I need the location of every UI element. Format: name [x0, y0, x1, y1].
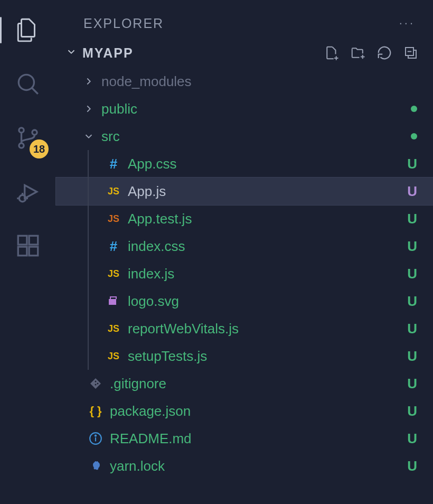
status-untracked: U [407, 458, 417, 474]
files-icon [15, 17, 41, 43]
svg-rect-12 [29, 247, 38, 256]
js-file-icon: JS [106, 183, 121, 199]
status-untracked: U [407, 293, 417, 310]
tree-node-label: README.md [110, 431, 192, 447]
svg-point-4 [32, 130, 37, 135]
css-file-icon: # [106, 156, 121, 172]
tree-node-label: package.json [110, 403, 191, 419]
file-logo.svg[interactable]: logo.svgU [56, 287, 433, 315]
new-file-button[interactable] [323, 44, 340, 61]
chevron-down-icon [82, 130, 95, 142]
file-App.js[interactable]: JSApp.jsU [56, 178, 433, 205]
svg-marker-5 [25, 185, 37, 199]
new-file-icon [324, 45, 340, 61]
js-file-icon: JS [106, 266, 121, 282]
tree-node-label: index.css [128, 238, 185, 255]
status-untracked: U [407, 183, 417, 200]
svg-rect-13 [29, 236, 38, 245]
file-App.test.js[interactable]: JSApp.test.jsU [56, 205, 433, 232]
collapse-all-button[interactable] [402, 44, 419, 61]
collapse-icon [403, 45, 419, 61]
tree-node-label: App.css [128, 156, 177, 172]
explorer-sidebar: EXPLORER ··· MYAPP node_modulespublicsrc… [56, 0, 433, 504]
svg-point-23 [97, 383, 99, 385]
css-file-icon: # [106, 238, 121, 254]
js-test-file-icon: JS [106, 211, 121, 227]
status-untracked: U [407, 321, 417, 337]
file-index.js[interactable]: JSindex.jsU [56, 260, 433, 287]
activity-debug[interactable] [12, 175, 44, 208]
file-yarn.lock[interactable]: yarn.lockU [56, 452, 433, 480]
chevron-right-icon [82, 103, 95, 115]
explorer-header: EXPLORER ··· [56, 8, 433, 38]
explorer-title: EXPLORER [83, 16, 164, 31]
svg-file-icon [106, 293, 121, 309]
svg-rect-10 [18, 236, 27, 245]
chevron-down-icon [65, 46, 77, 60]
git-file-icon [88, 376, 103, 391]
status-dot [411, 106, 417, 112]
svg-point-21 [95, 381, 97, 382]
tree-node-label: node_modules [101, 73, 192, 90]
status-untracked: U [407, 431, 417, 447]
yarn-file-icon [88, 458, 103, 474]
status-untracked: U [407, 238, 417, 255]
svg-point-2 [19, 128, 24, 133]
svg-line-1 [32, 88, 37, 94]
activity-scm[interactable]: 18 [12, 122, 44, 154]
activity-bar: 18 [0, 0, 56, 504]
svg-point-0 [18, 74, 34, 90]
extensions-icon [15, 232, 41, 259]
refresh-button[interactable] [376, 44, 393, 61]
new-folder-button[interactable] [350, 44, 366, 61]
svg-point-22 [95, 384, 97, 386]
activity-extensions[interactable] [12, 229, 44, 262]
tree-node-label: App.js [128, 183, 166, 200]
explorer-section-header[interactable]: MYAPP [56, 38, 433, 68]
status-untracked: U [407, 266, 417, 282]
debug-icon [15, 179, 41, 205]
status-untracked: U [407, 156, 417, 172]
folder-public[interactable]: public [56, 95, 433, 123]
file-reportWebVitals.js[interactable]: JSreportWebVitals.jsU [56, 315, 433, 342]
js-file-icon: JS [106, 321, 121, 337]
json-file-icon: { } [88, 403, 103, 419]
status-untracked: U [407, 211, 417, 227]
scm-badge: 18 [30, 139, 49, 158]
file-App.css[interactable]: #App.cssU [56, 150, 433, 178]
tree-node-label: setupTests.js [128, 348, 207, 365]
file-setupTests.js[interactable]: JSsetupTests.jsU [56, 342, 433, 370]
folder-node_modules[interactable]: node_modules [56, 68, 433, 95]
tree-node-label: public [101, 101, 137, 117]
tree-node-label: logo.svg [128, 293, 179, 310]
chevron-right-icon [82, 76, 95, 87]
svg-point-26 [95, 435, 96, 436]
file-.gitignore[interactable]: .gitignoreU [56, 370, 433, 397]
file-package.json[interactable]: { }package.jsonU [56, 397, 433, 425]
tree-node-label: src [101, 128, 120, 145]
tree-node-label: yarn.lock [110, 458, 165, 474]
file-index.css[interactable]: #index.cssU [56, 232, 433, 260]
explorer-section-name: MYAPP [82, 45, 134, 61]
file-README.md[interactable]: README.mdU [56, 425, 433, 452]
activity-explorer[interactable] [12, 14, 44, 46]
readme-file-icon [88, 431, 103, 446]
status-untracked: U [407, 376, 417, 392]
file-tree: node_modulespublicsrc#App.cssUJSApp.jsUJ… [56, 68, 433, 480]
status-untracked: U [407, 348, 417, 365]
svg-point-3 [19, 143, 24, 148]
search-icon [15, 71, 41, 97]
activity-search[interactable] [12, 68, 44, 100]
explorer-section-actions [323, 44, 419, 61]
tree-node-label: reportWebVitals.js [128, 321, 239, 337]
tree-node-label: .gitignore [110, 376, 166, 392]
svg-rect-11 [18, 247, 27, 256]
status-untracked: U [407, 403, 417, 419]
tree-node-label: index.js [128, 266, 174, 282]
refresh-icon [376, 45, 392, 61]
js-file-icon: JS [106, 348, 121, 364]
folder-src[interactable]: src [56, 123, 433, 150]
new-folder-icon [350, 45, 366, 61]
explorer-more-button[interactable]: ··· [399, 16, 415, 30]
tree-node-label: App.test.js [128, 211, 192, 227]
